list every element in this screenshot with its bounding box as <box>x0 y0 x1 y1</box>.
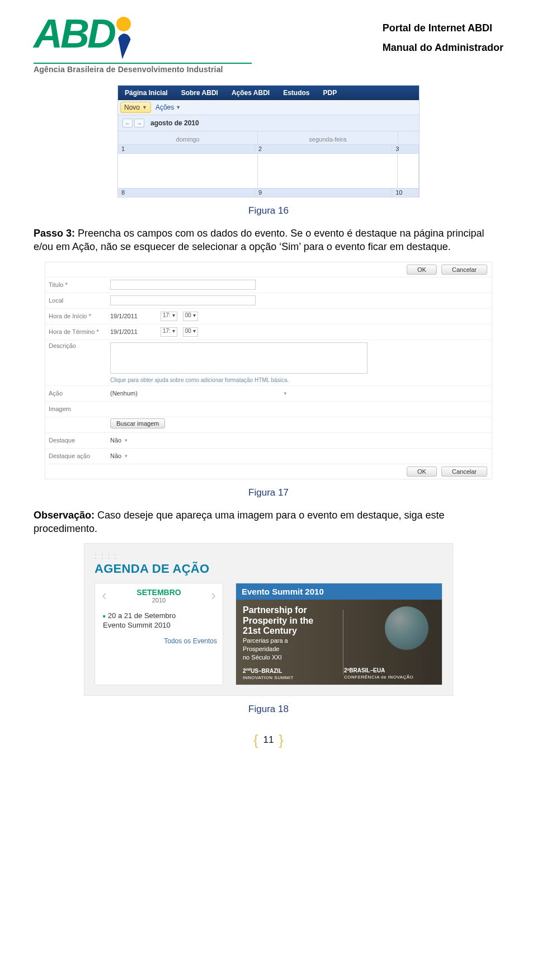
agenda-highlight-panel: Evento Summit 2010 Partnership for Prosp… <box>235 583 442 685</box>
label-local: Local <box>49 297 110 304</box>
calendar-empty-cell[interactable] <box>118 153 258 188</box>
paragraph-passo3: Passo 3: Preencha os campos com os dados… <box>34 227 503 254</box>
chevron-down-icon: ▼ <box>124 454 128 459</box>
agenda-next-month[interactable]: › <box>211 591 216 600</box>
screenshot-form: OK Cancelar Titulo * Local Hora de Iníci… <box>45 262 492 479</box>
novo-button[interactable]: Novo ▼ <box>120 102 151 113</box>
ok-button-bottom[interactable]: OK <box>407 467 437 477</box>
chevron-down-icon: ▼ <box>283 391 288 396</box>
screenshot-agenda: : : : : AGENDA DE AÇÃO ‹ SETEMBRO 2010 ›… <box>84 543 453 696</box>
hero-divider <box>343 610 343 675</box>
logo-letter-b: B <box>60 17 87 51</box>
page-number-value: 11 <box>263 734 274 745</box>
tab-sobre-abdi[interactable]: Sobre ABDI <box>175 86 225 100</box>
observacao-lead: Observação: <box>34 510 95 521</box>
label-descricao: Descrição <box>49 342 110 349</box>
agenda-year: 2010 <box>107 597 211 604</box>
logo-arrow-icon <box>115 33 133 60</box>
bullet-icon: ■ <box>103 614 106 619</box>
acao-select[interactable]: (Nenhum) ▼ <box>110 390 288 397</box>
tab-acoes-abdi[interactable]: Ações ABDI <box>225 86 276 100</box>
logo-letter-d: D <box>87 17 114 51</box>
agenda-prev-month[interactable]: ‹ <box>102 591 107 600</box>
tab-pdp[interactable]: PDP <box>317 86 344 100</box>
chevron-down-icon: ▼ <box>142 105 147 110</box>
destaque-value: Não <box>110 437 121 444</box>
screenshot-calendar: Página Inicial Sobre ABDI Ações ABDI Est… <box>117 85 420 197</box>
paragraph-observacao: Observação: Caso deseje que apareça uma … <box>34 508 503 536</box>
header-title-2: Manual do Administrador <box>383 42 503 54</box>
calendar-cell[interactable]: 8 <box>118 188 255 197</box>
termino-date[interactable]: 19/1/2011 <box>110 328 155 335</box>
hero-sub-left: 2ndUS–BRAZIL INNOVATION SUMMIT <box>243 667 334 680</box>
destaque-acao-select[interactable]: Não ▼ <box>110 453 128 459</box>
inicio-hour-select[interactable]: 17: ▾ <box>161 312 177 321</box>
logo-letter-a: A <box>34 17 60 51</box>
hero-sub-right: 2ºBRASIL–EUA CONFERÊNCIA de INOVAÇÃO <box>334 667 435 680</box>
agenda-calendar-panel: ‹ SETEMBRO 2010 › ■20 a 21 de Setembro E… <box>95 583 223 685</box>
tab-pagina-inicial[interactable]: Página Inicial <box>118 86 175 100</box>
ok-button-top[interactable]: OK <box>407 265 437 275</box>
agenda-hero-image: Partnership for Prosperity in the 21st C… <box>236 600 442 685</box>
cancel-button-bottom[interactable]: Cancelar <box>441 467 487 477</box>
agenda-month: SETEMBRO <box>107 588 211 597</box>
agenda-dots-icon: : : : : <box>95 552 442 560</box>
prev-month-button[interactable]: ← <box>123 119 133 128</box>
figure-18-caption: Figura 18 <box>34 704 503 715</box>
agenda-event-item[interactable]: ■20 a 21 de Setembro Evento Summit 2010 <box>95 605 223 634</box>
page-number: { 11 } <box>34 732 503 749</box>
termino-min-select[interactable]: 00 ▾ <box>183 327 198 337</box>
titulo-input[interactable] <box>110 280 256 290</box>
label-imagem: Imagem <box>49 406 110 412</box>
day-header-segunda: segunda-feira <box>258 131 398 144</box>
observacao-rest: Caso deseje que apareça uma imagem para … <box>34 510 444 534</box>
label-hora-termino: Hora de Término * <box>49 328 110 335</box>
figure-17-caption: Figura 17 <box>34 487 503 498</box>
destaque-select[interactable]: Não ▼ <box>110 437 128 444</box>
nav-tabs: Página Inicial Sobre ABDI Ações ABDI Est… <box>118 86 419 100</box>
day-header-domingo: domingo <box>118 131 258 144</box>
cancel-button-top[interactable]: Cancelar <box>441 265 487 275</box>
agenda-title: AGENDA DE AÇÃO <box>95 562 442 576</box>
abdi-logo: A B D Agência Brasileira de Desenvolvime… <box>34 17 252 74</box>
header-title-1: Portal de Internet ABDI <box>383 22 503 34</box>
tab-estudos[interactable]: Estudos <box>276 86 316 100</box>
label-titulo: Titulo * <box>49 281 110 288</box>
calendar-cell[interactable]: 3 <box>392 144 419 153</box>
figure-16-caption: Figura 16 <box>34 205 503 216</box>
agenda-item-date: 20 a 21 de Setembro <box>108 611 176 620</box>
calendar-empty-cell[interactable] <box>258 153 398 188</box>
label-destaque: Destaque <box>49 437 110 444</box>
acoes-label: Ações <box>156 103 174 111</box>
agenda-item-name: Evento Summit 2010 <box>103 621 171 629</box>
label-destaque-acao: Destaque ação <box>49 453 110 459</box>
calendar-cell[interactable]: 9 <box>255 188 392 197</box>
termino-hour-select[interactable]: 17: ▾ <box>161 327 177 337</box>
destaque-acao-value: Não <box>110 453 121 459</box>
inicio-min-select[interactable]: 00 ▾ <box>183 312 198 321</box>
acao-value: (Nenhum) <box>110 390 138 397</box>
helper-text[interactable]: Clique para obter ajuda sobre como adici… <box>45 376 492 385</box>
hero-pt3: no Século XXI <box>243 654 435 661</box>
calendar-day-header: domingo segunda-feira <box>118 131 419 144</box>
calendar-cell[interactable]: 1 <box>118 144 255 153</box>
label-acao: Ação <box>49 390 110 397</box>
inicio-date[interactable]: 19/1/2011 <box>110 313 155 319</box>
brace-right-icon: } <box>276 732 286 748</box>
calendar-cell[interactable]: 2 <box>255 144 392 153</box>
passo3-lead: Passo 3: <box>34 228 75 239</box>
novo-label: Novo <box>124 103 140 111</box>
calendar-empty-cell[interactable] <box>398 153 419 188</box>
descricao-textarea[interactable] <box>110 342 368 374</box>
acoes-menu[interactable]: Ações ▼ <box>156 103 181 111</box>
passo3-rest: Preencha os campos com os dados do event… <box>34 228 484 252</box>
calendar-cell[interactable]: 10 <box>392 188 419 197</box>
local-input[interactable] <box>110 295 256 305</box>
brace-left-icon: { <box>251 732 261 748</box>
logo-dot-icon <box>116 17 131 31</box>
logo-tagline: Agência Brasileira de Desenvolvimento In… <box>34 63 252 74</box>
chevron-down-icon: ▼ <box>176 105 181 110</box>
agenda-todos-link[interactable]: Todos os Eventos <box>95 634 223 651</box>
buscar-imagem-button[interactable]: Buscar imagem <box>110 418 165 428</box>
next-month-button[interactable]: → <box>134 119 144 128</box>
